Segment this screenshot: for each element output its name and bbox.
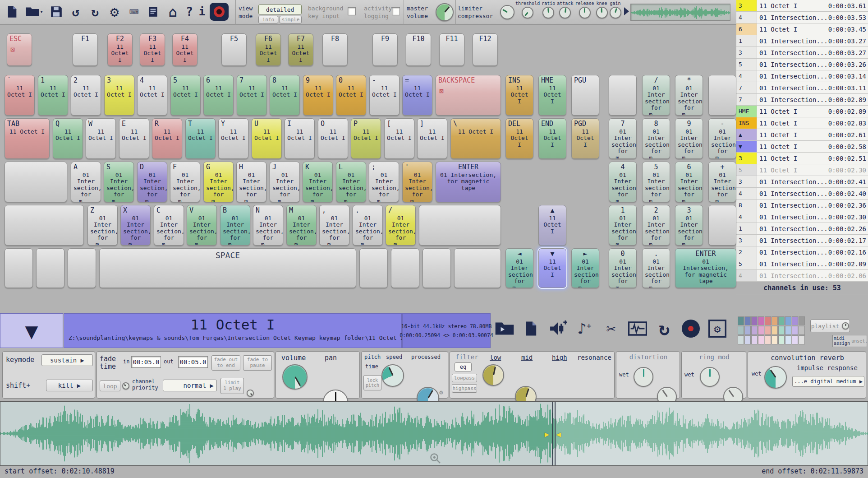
- key-pgu[interactable]: PGU: [571, 75, 599, 116]
- fade-out-input[interactable]: 00:05.0: [178, 356, 208, 368]
- pitch-speed-knob[interactable]: [381, 364, 404, 387]
- current-key-indicator[interactable]: ▼: [0, 313, 63, 348]
- key-n[interactable]: N01 Intersection,for m...: [253, 205, 283, 246]
- key-np0[interactable]: 001 Intersection,for m...: [609, 248, 637, 288]
- key-caps[interactable]: [5, 162, 67, 202]
- key-np2[interactable]: 201 Intersection,for m...: [642, 205, 670, 246]
- color-swatch[interactable]: [765, 326, 771, 335]
- key-k[interactable]: K01 Intersection,for m...: [303, 162, 333, 202]
- key-f12[interactable]: F12: [473, 33, 498, 66]
- color-swatch[interactable]: [738, 335, 744, 344]
- key-7[interactable]: 711Octet I: [237, 75, 267, 116]
- key-rmenu[interactable]: [423, 248, 451, 288]
- key-f3[interactable]: F311Octet I: [140, 33, 165, 66]
- redo-icon[interactable]: ↻: [87, 2, 103, 22]
- key-numlock[interactable]: [609, 75, 637, 116]
- open-folder-icon[interactable]: ▾: [24, 2, 45, 22]
- key-g[interactable]: G01 Intersection,for m...: [203, 162, 234, 202]
- reload-sound-icon[interactable]: ↻: [654, 316, 675, 341]
- lowpass-button[interactable]: lowpass: [452, 374, 477, 382]
- color-swatch[interactable]: [772, 326, 778, 335]
- distortion-wet-knob[interactable]: [634, 367, 653, 387]
- cut-sound-icon[interactable]: ✂: [601, 316, 621, 341]
- attack-knob[interactable]: [559, 7, 571, 19]
- key-p[interactable]: P11Octet I: [351, 118, 381, 159]
- key-f9[interactable]: F9: [372, 33, 398, 66]
- color-swatch[interactable]: [792, 316, 798, 325]
- filter-low-knob[interactable]: [482, 364, 504, 386]
- key-np9[interactable]: 901 Intersection,for m...: [675, 118, 703, 159]
- key-slash[interactable]: /01 Intersection,for m...: [386, 205, 416, 246]
- color-swatch[interactable]: [751, 326, 758, 335]
- midi-assign[interactable]: midiassign unset... ▴▾: [832, 335, 867, 347]
- color-swatch[interactable]: [758, 326, 764, 335]
- key-o[interactable]: O11Octet I: [318, 118, 348, 159]
- keymode-select[interactable]: sustain ▶: [41, 354, 93, 366]
- color-swatch[interactable]: [738, 316, 744, 325]
- view-mode-info-button[interactable]: info: [258, 16, 278, 23]
- key-equals[interactable]: =11Octet I: [402, 75, 432, 116]
- key-f10[interactable]: F10: [406, 33, 431, 66]
- color-swatch[interactable]: [765, 316, 771, 325]
- key-2[interactable]: 211Octet I: [71, 75, 101, 116]
- view-mode-simple-button[interactable]: simple: [280, 16, 302, 23]
- key-arrow-down[interactable]: ▼11Octet I: [538, 248, 566, 288]
- shift-behavior-select[interactable]: kill ▶: [46, 380, 93, 391]
- playhead[interactable]: [552, 402, 556, 465]
- key-np-plus[interactable]: +01 Intersection,for m...: [708, 162, 736, 202]
- key-j[interactable]: J01 Intersection,for m...: [270, 162, 300, 202]
- key-rwin[interactable]: [391, 248, 419, 288]
- key-f6[interactable]: F611Octet I: [256, 33, 281, 66]
- key-comma[interactable]: ,01 Intersection,for m...: [319, 205, 349, 246]
- key-f11[interactable]: F11: [439, 33, 464, 66]
- key-r[interactable]: R11Octet I: [152, 118, 182, 159]
- loop-button[interactable]: loop: [100, 381, 120, 391]
- key-semicolon[interactable]: ;01 Intersection,for m...: [369, 162, 399, 202]
- key-np6[interactable]: 601 Intersection,for m...: [675, 162, 703, 202]
- channel-priority-select[interactable]: normal ▶: [163, 380, 217, 391]
- open-sound-folder-icon[interactable]: [494, 316, 515, 341]
- key-d[interactable]: D01 Intersection,for m...: [137, 162, 167, 202]
- key-arrow-right[interactable]: ►01 Intersection,for m...: [571, 248, 599, 288]
- key-h[interactable]: H01 Intersection,for m...: [236, 162, 266, 202]
- playlist-knob[interactable]: [842, 322, 849, 329]
- key-np3[interactable]: 301 Intersection,for m...: [675, 205, 703, 246]
- key-backtick[interactable]: `11Octet I: [5, 75, 35, 116]
- key-space[interactable]: SPACE: [99, 248, 356, 288]
- record-sound-icon[interactable]: [680, 316, 701, 341]
- key-f4[interactable]: F411Octet I: [172, 33, 197, 66]
- key-m[interactable]: M01 Intersection,for m...: [286, 205, 317, 246]
- pitch-settings-gear-icon[interactable]: ⚙: [439, 389, 443, 396]
- master-volume-knob[interactable]: [436, 3, 454, 21]
- color-swatch[interactable]: [744, 316, 751, 325]
- key-del[interactable]: DEL11Octet I: [505, 118, 533, 159]
- key-arrow-left[interactable]: ◄01 Intersection,for m...: [505, 248, 533, 288]
- color-swatch[interactable]: [799, 326, 805, 335]
- record-button[interactable]: [210, 3, 229, 21]
- eq-button[interactable]: eq: [455, 362, 472, 371]
- highpass-button[interactable]: highpass: [452, 384, 477, 393]
- key-w[interactable]: W11Octet I: [86, 118, 116, 159]
- key-quote[interactable]: '01 Intersection,for m...: [402, 162, 432, 202]
- compressor-knob[interactable]: [500, 5, 514, 19]
- key-e[interactable]: E11Octet I: [119, 118, 149, 159]
- playhead-marker-right-icon[interactable]: ◀: [556, 430, 561, 439]
- key-np-minus[interactable]: -01 Intersection,for m...: [708, 118, 736, 159]
- key-0[interactable]: 011Octet I: [336, 75, 366, 116]
- sound-settings-icon[interactable]: ⚙: [707, 316, 728, 341]
- color-swatch[interactable]: [758, 316, 764, 325]
- key-f8[interactable]: F8: [322, 33, 348, 66]
- info-icon[interactable]: i: [198, 2, 206, 22]
- notes-icon[interactable]: [146, 2, 161, 22]
- color-swatch[interactable]: [751, 335, 758, 344]
- playlist-button[interactable]: playlist: [810, 320, 850, 332]
- key-np7[interactable]: 701 Intersection,for m...: [609, 118, 637, 159]
- color-swatch[interactable]: [751, 316, 758, 325]
- key-lbracket[interactable]: [11Octet I: [384, 118, 414, 159]
- key-np-blank2[interactable]: [708, 205, 736, 246]
- key-lctrl[interactable]: [5, 248, 33, 288]
- key-np-blank1[interactable]: [708, 75, 736, 116]
- color-swatch[interactable]: [778, 316, 785, 325]
- color-swatch[interactable]: [792, 335, 798, 344]
- waveform-editor[interactable]: ▶ ◀: [0, 401, 868, 466]
